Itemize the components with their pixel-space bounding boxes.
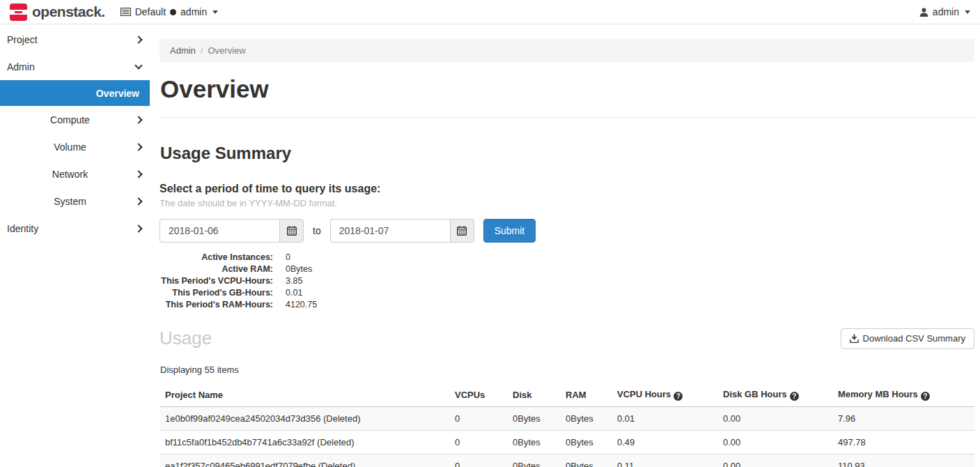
stat-value: 4120.75 [286,299,317,311]
stat-row: This Period's GB-Hours: 0.01 [160,287,974,299]
breadcrumb-separator: / [201,45,203,56]
openstack-logo-icon [10,3,27,21]
cell-project-name: 1e0b0f99af0249cea24502034d73d356 (Delete… [160,407,449,431]
table-row: 1e0b0f99af0249cea24502034d73d356 (Delete… [160,407,974,431]
date-to-group [330,219,474,243]
cell-vcpu-hours: 0.49 [612,431,717,454]
cell-vcpus: 0 [449,407,507,431]
chevron-right-icon [134,36,142,43]
domain-list-icon [120,8,131,16]
help-icon[interactable]: ? [921,392,930,401]
cell-memory-mb-hours: 7.96 [832,407,974,431]
stat-value: 0.01 [286,287,302,299]
sidebar-item-compute[interactable]: Compute [0,106,150,133]
brand-text: openstack. [32,3,105,20]
sidebar-item-identity[interactable]: Identity [0,215,150,242]
usage-table: Project Name VCPUs Disk RAM VCPU Hours? … [160,383,974,467]
content-area: Admin/Overview Overview Usage Summary Se… [150,24,980,467]
sidebar-item-system[interactable]: System [0,187,150,215]
cell-ram: 0Bytes [560,454,612,467]
period-prompt: Select a period of time to query its usa… [160,183,974,195]
user-menu[interactable]: admin [919,6,970,17]
sidebar-item-label: Network [7,169,136,180]
project-dot-icon [170,9,176,15]
usage-section-header: Usage Download CSV Summary [160,328,974,349]
cell-project-name: bf11c5fa0f1b452db4b7741a6c33a92f (Delete… [160,431,449,454]
cell-vcpu-hours: 0.01 [612,407,717,431]
download-csv-label: Download CSV Summary [863,333,965,344]
stat-row: This Period's VCPU-Hours: 3.85 [160,275,974,287]
breadcrumb: Admin/Overview [160,39,974,62]
project-label: admin [180,6,207,17]
user-icon [919,8,928,17]
sidebar-item-label: Compute [7,114,136,125]
caret-down-icon [965,10,970,14]
help-icon[interactable]: ? [674,392,683,401]
cell-memory-mb-hours: 110.93 [832,454,974,467]
submit-button[interactable]: Submit [483,219,536,243]
date-to-input[interactable] [330,219,450,243]
stat-label: This Period's RAM-Hours: [160,299,273,311]
sidebar-item-overview[interactable]: Overview [0,80,150,106]
stat-row: This Period's RAM-Hours: 4120.75 [160,299,974,311]
table-row: ea1f2f357c09465eb6991edf7079efbe (Delete… [160,454,974,467]
main-layout: Project Admin Overview Compute Volume Ne… [0,24,980,467]
sidebar-item-label: Project [7,34,136,45]
page-title: Overview [160,75,974,103]
calendar-icon-from[interactable] [279,219,304,243]
to-label: to [313,225,321,236]
cell-disk-gb-hours: 0.00 [717,407,832,431]
usage-date-form: to Submit [160,219,974,243]
cell-disk: 0Bytes [507,407,560,431]
stat-label: Active RAM: [160,263,273,275]
domain-project-switcher[interactable]: Default admin [120,6,219,17]
cell-vcpus: 0 [449,431,507,454]
calendar-icon-to[interactable] [450,219,474,243]
sidebar-item-label: Admin [7,61,136,72]
sidebar: Project Admin Overview Compute Volume Ne… [0,24,150,467]
cell-vcpus: 0 [449,454,507,467]
usage-heading: Usage [160,328,212,349]
stat-label: Active Instances: [160,252,273,263]
table-row: bf11c5fa0f1b452db4b7741a6c33a92f (Delete… [160,431,974,454]
sidebar-item-project[interactable]: Project [0,26,150,53]
title-divider [160,117,974,118]
cell-disk-gb-hours: 0.00 [717,431,832,454]
calendar-icon [287,226,297,236]
top-navbar: openstack. Default admin admin [0,0,980,24]
chevron-right-icon [134,116,142,123]
chevron-right-icon [134,224,142,232]
help-icon[interactable]: ? [790,392,799,401]
download-icon [850,334,859,343]
cell-disk-gb-hours: 0.00 [717,454,832,467]
cell-disk: 0Bytes [507,431,560,454]
sidebar-item-volume[interactable]: Volume [0,133,150,160]
sidebar-item-label: Volume [7,141,136,153]
sidebar-item-label: Overview [7,88,139,99]
cell-vcpu-hours: 0.11 [612,454,717,467]
items-count: Displaying 55 items [160,365,974,375]
cell-memory-mb-hours: 497.78 [832,431,974,454]
usage-summary-heading: Usage Summary [160,144,974,163]
sidebar-item-label: Identity [7,223,136,234]
col-disk-gb-hours: Disk GB Hours? [717,383,832,407]
caret-down-icon [212,10,218,14]
calendar-icon [457,226,467,236]
chevron-right-icon [134,170,142,178]
col-vcpus: VCPUs [449,383,507,407]
usage-stats: Active Instances: 0 Active RAM: 0Bytes T… [160,252,974,311]
header-row: Project Name VCPUs Disk RAM VCPU Hours? … [160,383,974,407]
user-name-label: admin [933,6,959,17]
col-memory-mb-hours: Memory MB Hours? [832,383,974,407]
col-ram: RAM [560,383,612,407]
download-csv-button[interactable]: Download CSV Summary [841,328,974,349]
cell-project-name: ea1f2f357c09465eb6991edf7079efbe (Delete… [160,454,449,467]
date-from-input[interactable] [160,219,279,243]
chevron-down-icon [134,61,142,69]
openstack-brand[interactable]: openstack. [10,3,105,21]
breadcrumb-parent: Admin [170,45,196,56]
sidebar-item-admin[interactable]: Admin [0,53,150,80]
col-vcpu-hours: VCPU Hours? [612,383,717,407]
sidebar-item-network[interactable]: Network [0,160,150,187]
stat-value: 3.85 [286,275,302,287]
